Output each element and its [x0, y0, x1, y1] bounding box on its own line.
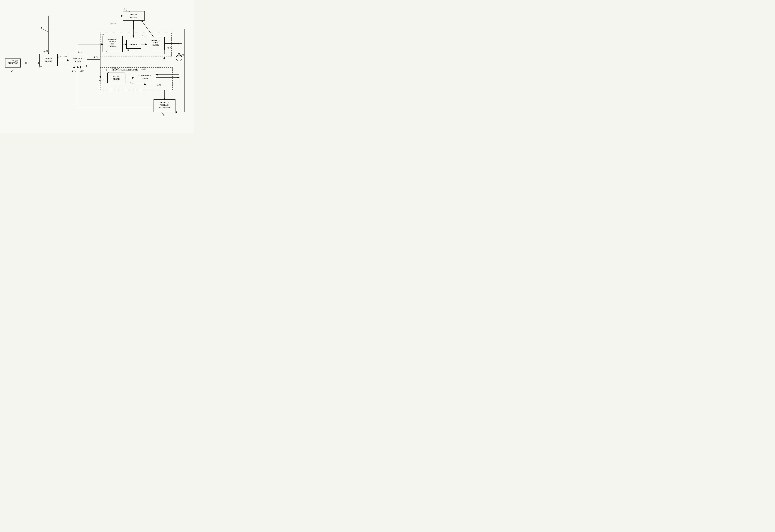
num-3: 3: [100, 31, 101, 34]
label-w-ident: w (k): [141, 68, 146, 70]
comp-top-label-1: COMPUTA-: [151, 40, 160, 41]
label-w-ctrl: w (k): [72, 69, 76, 72]
control-label-2: BLOCK: [74, 60, 81, 62]
expert-label-1: EXPERT: [130, 14, 137, 16]
driver-label-1: DRIVER: [45, 58, 52, 60]
label-u-junction: u (k): [94, 55, 98, 58]
num3-pointer: [102, 34, 104, 35]
num-11: 11: [105, 69, 107, 71]
num-1: 1: [41, 26, 42, 29]
label-v-operator: v (k): [14, 60, 18, 62]
num11-pointer: [107, 71, 109, 73]
label-e: e (k): [180, 54, 184, 56]
num-6: 6: [163, 114, 164, 116]
apparatus-label-4: PROCESS: [108, 45, 116, 47]
diagram-svg: iDENTIFICATION BLOCK OPERATOR DRIVER BLO…: [0, 0, 194, 133]
label-y-ident: y (k): [134, 68, 138, 70]
apparatus-label-1: APPARATUS: [107, 38, 117, 40]
label-v-expert: v (k) →: [110, 22, 116, 25]
comp-bot-label-2: BLOCK: [142, 77, 148, 79]
label-d1: d1 (k+r+1): [57, 55, 67, 58]
delay-label-2: BLOCK: [113, 78, 120, 80]
expert-block: [123, 11, 144, 21]
label-u-ctrl-out: u (k): [78, 50, 82, 53]
label-y-out: →y (k): [166, 46, 172, 49]
sensor-number: 12: [127, 49, 129, 51]
label-d: d (k): [157, 84, 161, 86]
sensor-label: SENSOR: [130, 43, 138, 45]
label-y-ctrl: y (k): [80, 69, 84, 72]
adaptive-label-2: FEEDBACK: [160, 104, 169, 106]
comp-top-label-2: TION: [153, 42, 158, 44]
num-4: 4: [99, 79, 101, 82]
num1-pointer: [43, 29, 48, 32]
comp-top-number: 13: [149, 49, 151, 51]
driver-label-2: BLOCK: [45, 60, 52, 62]
label-yp-top: yp (k): [141, 34, 146, 37]
num-14: 14: [124, 7, 127, 10]
comp-top-label-3: BLOCK: [153, 44, 159, 46]
apparatus-label-2: CARRYING: [108, 41, 117, 43]
diagram-container: iDENTIFICATION BLOCK OPERATOR DRIVER BLO…: [0, 0, 194, 133]
apparatus-label-3: OUT: [111, 43, 114, 45]
expert-label-2: BLOCK: [130, 16, 137, 18]
label-yp-driver: yp (k): [43, 50, 48, 52]
control-label-1: CONTROL: [73, 58, 83, 60]
adaptive-label-1: ADAPTIVE: [160, 102, 169, 103]
comp-bot-label-1: COMPUTATION: [138, 75, 151, 76]
num-9: 9: [39, 65, 41, 68]
label-u-delay: u (k-r-i): [112, 67, 119, 70]
num-5: 5: [130, 82, 132, 85]
delay-label-1: DELAY: [113, 75, 120, 77]
apparatus-number: 10: [105, 50, 107, 52]
num4-pointer: [101, 79, 104, 81]
adaptive-label-3: MECHANISM: [159, 106, 170, 108]
num-7: 7: [12, 60, 14, 62]
